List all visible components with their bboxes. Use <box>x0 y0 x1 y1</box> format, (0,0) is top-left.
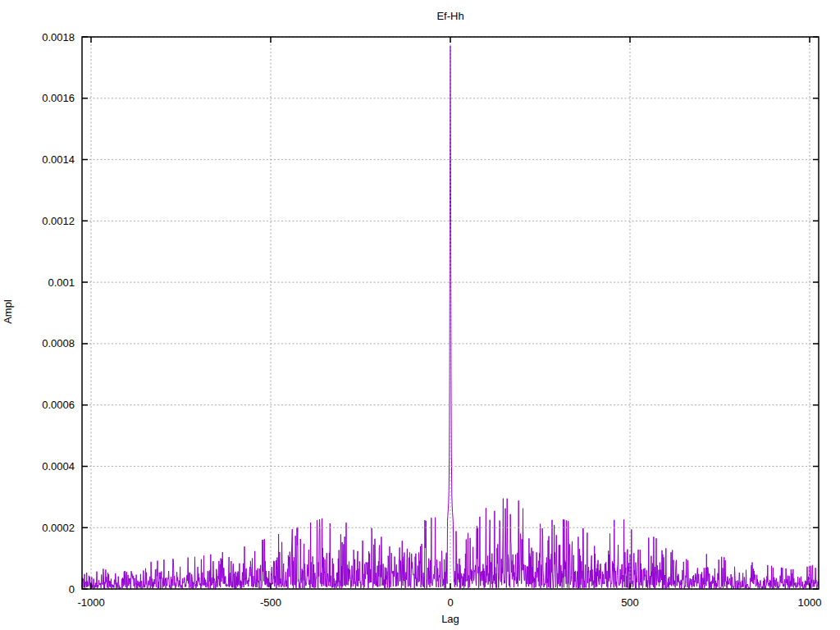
y-tick-label: 0.0016 <box>42 92 75 104</box>
y-tick-label: 0.0002 <box>42 522 75 534</box>
chart-container: -1000-5000500100000.00020.00040.00060.00… <box>0 0 840 630</box>
x-tick-label: 500 <box>621 596 639 609</box>
x-tick-label: 1000 <box>798 596 822 609</box>
y-tick-label: 0 <box>69 583 75 596</box>
y-tick-label: 0.0008 <box>42 337 75 349</box>
y-tick-label: 0.0018 <box>42 31 75 43</box>
x-tick-label: 0 <box>447 596 453 609</box>
x-tick-label: -500 <box>260 596 281 609</box>
y-tick-label: 0.001 <box>48 276 75 289</box>
y-tick-label: 0.0012 <box>42 215 75 227</box>
x-tick-label: -1000 <box>77 596 104 609</box>
chart-title: Ef-Hh <box>82 10 819 22</box>
x-axis-label: Lag <box>82 613 819 625</box>
y-tick-label: 0.0014 <box>42 153 75 166</box>
y-tick-label: 0.0004 <box>42 460 75 472</box>
y-axis-label: Ampl <box>2 299 14 324</box>
plot-area: -1000-5000500100000.00020.00040.00060.00… <box>0 0 840 630</box>
x-grid-lines <box>91 37 810 589</box>
y-tick-label: 0.0006 <box>42 399 75 411</box>
